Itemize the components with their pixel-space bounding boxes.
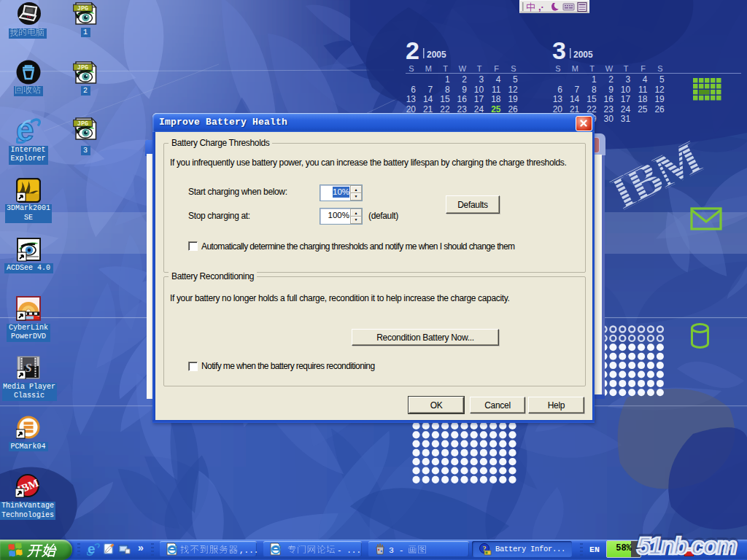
svg-text:S: S xyxy=(511,64,516,73)
svg-text:S: S xyxy=(555,64,560,73)
svg-text:S: S xyxy=(409,64,414,73)
svg-text:16: 16 xyxy=(604,94,614,104)
svg-text:10: 10 xyxy=(621,85,631,95)
svg-text:12: 12 xyxy=(508,85,518,95)
svg-text:23: 23 xyxy=(604,104,614,114)
svg-text:18: 18 xyxy=(638,94,648,104)
svg-text:4: 4 xyxy=(643,74,648,85)
svg-text:2005: 2005 xyxy=(427,50,446,60)
svg-text:3: 3 xyxy=(479,74,484,85)
svg-text:19: 19 xyxy=(654,94,665,104)
svg-text:12: 12 xyxy=(654,85,665,95)
svg-text:F: F xyxy=(494,64,499,73)
svg-text:2: 2 xyxy=(608,74,614,85)
svg-text:10: 10 xyxy=(474,85,484,95)
svg-text:8: 8 xyxy=(445,85,450,95)
svg-text:T: T xyxy=(624,64,629,73)
svg-text:31: 31 xyxy=(621,114,631,124)
svg-text:24: 24 xyxy=(621,104,631,114)
svg-text:2: 2 xyxy=(462,74,467,85)
svg-text:T: T xyxy=(477,64,482,73)
svg-text:S: S xyxy=(657,64,662,73)
svg-text:14: 14 xyxy=(423,94,433,104)
svg-text:5: 5 xyxy=(659,74,665,85)
svg-text:9: 9 xyxy=(608,85,614,95)
svg-text:M: M xyxy=(425,64,432,73)
svg-text:W: W xyxy=(605,64,614,73)
svg-text:13: 13 xyxy=(553,94,563,104)
svg-text:3: 3 xyxy=(626,74,631,85)
svg-text:2005: 2005 xyxy=(573,50,593,60)
svg-text:1: 1 xyxy=(445,74,450,85)
svg-text:14: 14 xyxy=(570,94,580,104)
svg-text:5: 5 xyxy=(513,74,518,85)
svg-text:25: 25 xyxy=(638,104,648,114)
svg-text:15: 15 xyxy=(440,94,450,104)
svg-text:,·: ,· xyxy=(538,1,544,12)
svg-text:7: 7 xyxy=(428,85,433,95)
svg-text:3 -: 3 - xyxy=(389,545,404,555)
svg-text:6: 6 xyxy=(557,85,562,95)
svg-text:4: 4 xyxy=(496,74,501,85)
svg-text:17: 17 xyxy=(621,94,631,104)
svg-text:13: 13 xyxy=(406,94,417,104)
svg-text:7: 7 xyxy=(575,85,580,95)
svg-text:18: 18 xyxy=(491,94,501,104)
svg-text:,...: ,... xyxy=(239,546,258,555)
svg-text:16: 16 xyxy=(457,94,468,104)
svg-text:17: 17 xyxy=(474,94,484,104)
svg-text:2: 2 xyxy=(406,36,419,64)
svg-text:W: W xyxy=(459,64,467,73)
svg-text:T: T xyxy=(443,64,448,73)
svg-text:19: 19 xyxy=(508,94,518,104)
svg-text:11: 11 xyxy=(492,85,501,95)
svg-text:26: 26 xyxy=(654,104,665,114)
svg-text:51nb-com: 51nb-com xyxy=(637,532,737,559)
svg-text:6: 6 xyxy=(411,85,416,95)
svg-text:15: 15 xyxy=(587,94,597,104)
svg-text:9: 9 xyxy=(462,85,467,95)
svg-text:8: 8 xyxy=(592,85,597,95)
svg-text:1: 1 xyxy=(592,74,597,85)
svg-text:30: 30 xyxy=(604,114,614,124)
svg-text:M: M xyxy=(572,64,578,73)
svg-text:- ...: - ... xyxy=(337,546,361,555)
svg-text:F: F xyxy=(640,64,646,73)
svg-text:3: 3 xyxy=(552,36,566,64)
svg-text:11: 11 xyxy=(638,85,648,95)
svg-text:T: T xyxy=(589,64,595,73)
svg-text:S: S xyxy=(25,361,31,375)
